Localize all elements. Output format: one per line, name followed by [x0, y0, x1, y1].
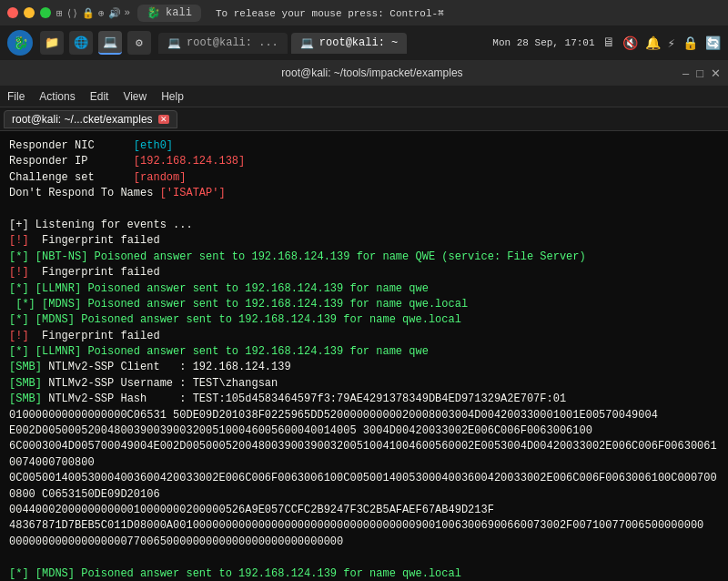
responder-ip-line: Responder IP [192.168.124.138]: [9, 154, 719, 169]
menu-actions[interactable]: Actions: [39, 90, 75, 103]
smb-client-line: [SMB] NTLMv2-SSP Client : 192.168.124.13…: [9, 360, 719, 375]
datetime-display: Mon 28 Sep, 17:01: [492, 37, 594, 48]
blank-separator-1: [9, 202, 719, 218]
terminal-tab-2[interactable]: 💻 root@kali: ~: [291, 33, 407, 54]
terminal-tab-2-label: root@kali: ~: [319, 36, 398, 49]
tb-icon-browser[interactable]: 🌐: [69, 31, 93, 55]
menu-file[interactable]: File: [7, 90, 25, 103]
terminal-menu-bar: File Actions Edit View Help: [0, 86, 728, 107]
active-tab-close[interactable]: ✕: [158, 115, 169, 124]
blank-separator-2: [9, 550, 719, 566]
hash-data-1: 010000000000000000C06531 50DE09D201038F0…: [9, 408, 719, 423]
macos-titlebar: ⊞ ⟨⟩ 🔒 ⊕ 🔊 » 🐉 kali To release your mous…: [0, 0, 728, 25]
fingerprint-fail-3: [!] Fingerprint failed: [9, 329, 719, 344]
macos-icon4: ⊕: [98, 7, 105, 19]
terminal-tab-1-label: root@kali: ...: [187, 36, 278, 49]
menu-edit[interactable]: Edit: [90, 90, 109, 103]
kali-tab[interactable]: 🐉 kali: [137, 5, 201, 22]
terminal-active-tab[interactable]: root@kali: ~/...cket/examples ✕: [4, 110, 177, 128]
taskbar-app-icons: 📁 🌐 💻 ⚙: [40, 31, 151, 55]
lock-icon[interactable]: 🔒: [682, 36, 698, 51]
volume-icon[interactable]: 🔇: [622, 36, 638, 51]
menu-help[interactable]: Help: [161, 90, 184, 103]
maximize-button[interactable]: [40, 7, 51, 18]
terminal-tab-2-icon: 💻: [300, 36, 314, 50]
terminal-tab-bar: root@kali: ~/...cket/examples ✕: [0, 107, 728, 131]
hash-data-4: 0C005001400530004003600420033002E006C006…: [9, 471, 719, 503]
screen-icon[interactable]: 🖥: [602, 36, 615, 50]
taskbar-right-widgets: Mon 28 Sep, 17:01 🖥 🔇 🔔 ⚡ 🔒 🔄: [492, 36, 721, 51]
taskbar-terminal-tabs: 💻 root@kali: ... 💻 root@kali: ~: [158, 33, 485, 54]
mdns-line-3: [*] [MDNS] Poisoned answer sent to 192.1…: [9, 566, 719, 581]
taskbar-secondary: 🐉 📁 🌐 💻 ⚙ 💻 root@kali: ... 💻 root@kali: …: [0, 25, 728, 60]
menu-view[interactable]: View: [123, 90, 147, 103]
close-button[interactable]: [7, 7, 18, 18]
terminal-restore-btn[interactable]: □: [696, 66, 703, 80]
macos-icon3: 🔒: [82, 7, 95, 19]
kali-logo[interactable]: 🐉: [7, 30, 33, 56]
nbt-ns-line: [*] [NBT-NS] Poisoned answer sent to 192…: [9, 250, 719, 265]
power-icon[interactable]: ⚡: [668, 36, 675, 51]
terminal-titlebar: root@kali: ~/tools/impacket/examples – □…: [0, 60, 728, 86]
tb-icon-files[interactable]: 📁: [40, 31, 64, 55]
kali-favicon: 🐉: [147, 6, 160, 20]
hash-data-6: 48367871D7BEB5C011D08000A001000000000000…: [9, 518, 719, 534]
terminal-tab-1-icon: 💻: [167, 36, 181, 50]
terminal-output[interactable]: Responder NIC [eth0] Responder IP [192.1…: [0, 131, 728, 581]
macos-icon5: 🔊: [108, 7, 121, 19]
tb-icon-settings[interactable]: ⚙: [127, 31, 151, 55]
fingerprint-fail-2: [!] Fingerprint failed: [9, 265, 719, 280]
fingerprint-fail-1: [!] Fingerprint failed: [9, 233, 719, 249]
macos-icon1: ⊞: [56, 7, 63, 19]
llmnr-line-1: [*] [LLMNR] Poisoned answer sent to 192.…: [9, 281, 719, 297]
hash-data-3: 6C0003004D005700049004E002D0050005200480…: [9, 439, 719, 471]
mdns-line-1: [*] [MDNS] Poisoned answer sent to 192.1…: [9, 297, 719, 312]
terminal-title: root@kali: ~/tools/impacket/examples: [62, 66, 682, 79]
terminal-window-buttons: – □ ✕: [682, 66, 721, 80]
hash-data-7: 0000000000000000007700650000000000000000…: [9, 535, 719, 550]
terminal-close-btn[interactable]: ✕: [711, 66, 721, 80]
mdns-line-2: [*] [MDNS] Poisoned answer sent to 192.1…: [9, 312, 719, 328]
smb-username-line: [SMB] NTLMv2-SSP Username : TEST\zhangsa…: [9, 376, 719, 392]
tb-icon-terminal[interactable]: 💻: [98, 31, 122, 55]
mouse-release-notice: To release your mouse press: Control-⌘: [208, 7, 721, 19]
refresh-icon[interactable]: 🔄: [705, 36, 721, 51]
responder-nic-line: Responder NIC [eth0]: [9, 138, 719, 154]
listening-line: [+] Listening for events ...: [9, 218, 719, 233]
minimize-button[interactable]: [24, 7, 35, 18]
notification-icon[interactable]: 🔔: [645, 36, 661, 51]
macos-bar-center: ⊞ ⟨⟩ 🔒 ⊕ 🔊 » 🐉 kali To release your mous…: [56, 5, 721, 22]
hash-data-5: 004400020000000000010000000200000526A9E0…: [9, 503, 719, 518]
macos-icon6: »: [125, 7, 131, 18]
active-tab-label: root@kali: ~/...cket/examples: [12, 113, 153, 126]
llmnr-line-2: [*] [LLMNR] Poisoned answer sent to 192.…: [9, 344, 719, 360]
hash-data-2: E002D00500052004800390039003200510004600…: [9, 423, 719, 439]
terminal-minimize-btn[interactable]: –: [682, 66, 689, 80]
kali-tab-label: kali: [166, 6, 192, 19]
smb-hash-line: [SMB] NTLMv2-SSP Hash : TEST:105d4583464…: [9, 392, 719, 407]
terminal-window: root@kali: ~/tools/impacket/examples – □…: [0, 60, 728, 581]
challenge-set-line: Challenge set [random]: [9, 170, 719, 186]
terminal-tab-1[interactable]: 💻 root@kali: ...: [158, 33, 288, 54]
dont-respond-line: Don't Respond To Names ['ISATAP']: [9, 186, 719, 201]
macos-icon2: ⟨⟩: [66, 7, 78, 19]
